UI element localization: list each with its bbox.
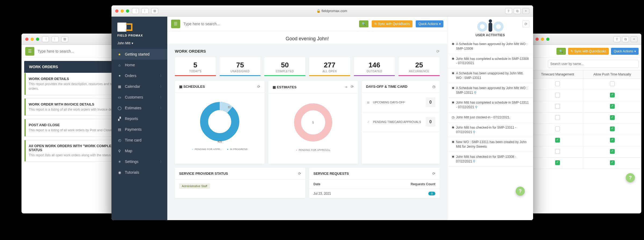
tabs-icon[interactable]: ⧉ [514, 8, 521, 14]
refresh-icon[interactable]: ⟳ [522, 20, 529, 27]
newtab-icon[interactable]: ＋ [631, 36, 638, 42]
kpi-unassigned[interactable]: 75 UNASSIGNED [220, 57, 261, 76]
checkbox-timecard[interactable] [555, 126, 560, 131]
sidebar-item-tutorials[interactable]: ◉ Tutorials [111, 167, 167, 178]
activity-icon: ◷ [452, 115, 454, 120]
tabs-icon[interactable]: ⧉ [622, 36, 629, 42]
checkbox-timecard[interactable] [555, 138, 560, 143]
table-row [532, 146, 641, 158]
close-dot[interactable] [25, 38, 28, 41]
user-menu[interactable]: John Mitt ▾ [111, 39, 167, 49]
sidebar-item-customers[interactable]: ▭ Customers 〉 [111, 92, 167, 103]
refresh-icon[interactable]: ⟳ [298, 172, 301, 176]
back-button[interactable]: 〈 [42, 36, 49, 42]
sidebar-item-map[interactable]: ⚲ Map [111, 146, 167, 156]
activity-item[interactable]: ✱ A Schedule has been unapproved by John… [447, 68, 533, 83]
search-button[interactable]: 🔍 [359, 20, 368, 27]
menu-button[interactable]: ☰ [171, 20, 180, 28]
min-dot[interactable] [541, 38, 544, 41]
donut-center: 5 [312, 121, 314, 124]
fwd-button[interactable]: 〉 [52, 36, 59, 42]
share-icon[interactable]: ⇪ [613, 36, 620, 42]
sidebar-item-home[interactable]: ⌂ Home [111, 60, 167, 70]
activity-item[interactable]: ✱ John Mitt has completed a schedule in … [447, 54, 533, 69]
checkbox-push[interactable] [610, 115, 615, 120]
help-bubble[interactable]: ? [516, 187, 525, 196]
kpi-outdated[interactable]: 146 OUTDATED [354, 57, 395, 76]
checkbox-push[interactable] [610, 126, 615, 131]
checkbox-timecard[interactable] [555, 104, 560, 109]
sidebar-item-time-card[interactable]: ◴ Time card [111, 135, 167, 146]
newtab-icon[interactable]: ＋ [522, 8, 529, 14]
nav-icon: ▞ [117, 117, 122, 121]
menu-button[interactable]: ☰ [25, 47, 34, 56]
table-row [532, 112, 641, 124]
max-dot[interactable] [546, 38, 549, 41]
max-dot[interactable] [36, 38, 39, 41]
quick-actions-button[interactable]: Quick Actions ▾ [611, 48, 639, 55]
estimates-card: ▦ ESTIMATES ＋ ⟳ 5 [268, 81, 358, 164]
nav-label: Estimates [125, 106, 141, 110]
max-dot[interactable] [126, 9, 129, 13]
sync-button[interactable]: ↻ Sync with QuickBooks [372, 20, 413, 27]
checkbox-timecard[interactable] [555, 81, 560, 86]
refresh-icon[interactable]: ⟳ [432, 172, 435, 176]
sidebar-toggle[interactable]: ▥ [61, 36, 68, 42]
fwd-button[interactable]: 〉 [142, 8, 149, 14]
share-icon[interactable]: ⇪ [505, 8, 512, 14]
sp-tag[interactable]: Administrative Staff [179, 183, 210, 189]
checkbox-timecard[interactable] [555, 115, 560, 120]
activity-item[interactable]: ✱ John Mitt has checked-in for SMP-13308… [447, 152, 533, 167]
checkbox-push[interactable] [610, 93, 615, 97]
kpi-recurrence[interactable]: 25 RECURRENCE [399, 57, 440, 76]
quick-actions-button[interactable]: Quick Actions ▾ [416, 20, 443, 27]
close-dot[interactable] [115, 9, 118, 13]
kpi-all open[interactable]: 277 ALL OPEN [309, 57, 350, 76]
min-dot[interactable] [31, 38, 34, 41]
activity-item[interactable]: ✱ John Mitt has checked-in for SMP-13311… [447, 123, 533, 137]
location-icon: ⚲ [473, 159, 475, 163]
checkbox-push[interactable] [610, 138, 615, 143]
help-bubble[interactable]: ? [626, 173, 635, 182]
activity-item[interactable]: ✱ John Mitt has completed a schedule in … [447, 98, 533, 112]
sidebar-toggle[interactable]: ▥ [151, 8, 158, 14]
close-dot[interactable] [536, 38, 539, 41]
sidebar-item-settings[interactable]: ✳ Settings 〉 [111, 156, 167, 167]
activity-item[interactable]: ✱ A Schedule has been approved by John M… [447, 83, 533, 98]
refresh-icon[interactable]: ⟳ [436, 49, 440, 53]
sidebar-item-payments[interactable]: ▤ Payments [111, 124, 167, 135]
refresh-icon[interactable]: ⟳ [257, 85, 260, 89]
sidebar-item-reports[interactable]: ▞ Reports [111, 113, 167, 124]
sync-button[interactable]: ↻ Sync with QuickBooks [568, 48, 609, 55]
url-bar[interactable]: 🔒 fieldpromax.com [161, 9, 502, 13]
checkbox-timecard[interactable] [555, 160, 560, 165]
sidebar-item-getting-started[interactable]: ★ Getting started [111, 49, 167, 60]
add-icon[interactable]: ＋ [345, 85, 348, 89]
activity-icon: ✱ [452, 57, 454, 66]
checkbox-push[interactable] [610, 81, 615, 86]
kpi-completed[interactable]: 50 COMPLETED [264, 57, 305, 76]
sidebar-item-calendar[interactable]: ▦ Calendar 〉 [111, 81, 167, 92]
min-dot[interactable] [121, 9, 124, 13]
search-input[interactable] [183, 22, 356, 26]
refresh-icon[interactable]: ⟳ [351, 85, 354, 89]
clock-icon[interactable]: ◷ [432, 85, 435, 89]
kpi-today's[interactable]: 5 TODAY'S [175, 57, 216, 76]
search-button[interactable]: 🔍 [556, 48, 566, 55]
user-search-input[interactable] [548, 60, 639, 68]
checkbox-push[interactable] [610, 104, 615, 109]
activity-item[interactable]: ✱ New WO : SMP-13311 has been created by… [447, 137, 533, 152]
activity-item[interactable]: ◷ John Mitt just clocked-in - 07/22/2021… [447, 112, 533, 123]
days-card: DAYS-OFF & TIME CARD ◷ ▦ UPCOMING DAYS-O… [362, 81, 440, 164]
back-button[interactable]: 〈 [132, 8, 139, 14]
day-row[interactable]: ▦ UPCOMING DAYS-OFF 0 [362, 93, 440, 112]
kpi-value: 146 [355, 61, 394, 69]
activity-item[interactable]: ✱ A Schedule has been approved by John M… [447, 39, 533, 54]
checkbox-timecard[interactable] [555, 93, 560, 97]
checkbox-timecard[interactable] [555, 149, 560, 154]
sidebar-item-orders[interactable]: ✦ Orders 〉 [111, 70, 167, 81]
day-row[interactable]: ✓ PENDING TIMECARD APPROVALS 0 [362, 112, 440, 132]
checkbox-push[interactable] [610, 160, 615, 165]
checkbox-push[interactable] [610, 149, 615, 154]
sidebar-item-estimates[interactable]: ◯ Estimates 〉 [111, 103, 167, 113]
